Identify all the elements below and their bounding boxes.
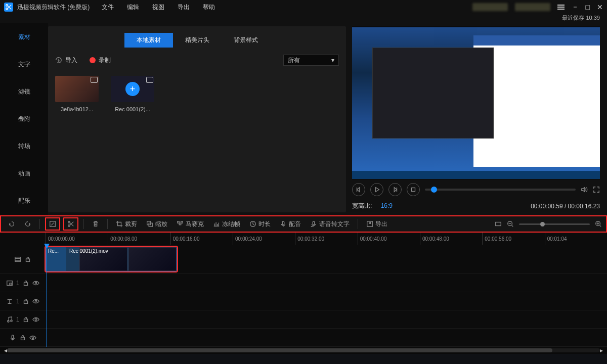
dub-label: 配音 [289, 220, 301, 229]
dub-button[interactable]: 配音 [277, 218, 304, 231]
timeline-scrollbar[interactable]: ◂ ▸ [0, 347, 607, 354]
stt-label: 语音转文字 [319, 220, 350, 229]
svg-rect-30 [12, 335, 14, 338]
ruler-tick: 00:00:24.00 [233, 233, 295, 245]
menu-help[interactable]: 帮助 [203, 3, 215, 12]
freeze-label: 冻结帧 [222, 220, 240, 229]
chevron-down-icon: ▾ [331, 57, 334, 64]
lock-icon[interactable] [22, 316, 29, 323]
fit-icon[interactable] [495, 220, 502, 228]
play-badge-icon [146, 77, 153, 83]
sidebar-item-text[interactable]: 文字 [0, 51, 48, 78]
timeline: 00:00:00.00 00:00:08.00 00:00:16.00 00:0… [0, 233, 607, 354]
sidebar-item-media[interactable]: 素材 [0, 23, 48, 51]
crop-button[interactable]: 裁剪 [113, 218, 140, 231]
next-frame-button[interactable] [388, 183, 402, 196]
mosaic-button[interactable]: 马赛克 [174, 218, 207, 231]
sidebar-item-transition[interactable]: 转场 [0, 132, 48, 160]
svg-rect-21 [10, 283, 12, 285]
record-button[interactable]: 录制 [90, 56, 111, 65]
scroll-right-icon[interactable]: ▸ [600, 347, 603, 354]
media-thumbnails: 3e8a4b012... + Rec 0001(2)... [55, 73, 339, 112]
media-thumb[interactable]: + Rec 0001(2)... [111, 76, 154, 112]
play-button[interactable] [370, 183, 383, 196]
svg-point-27 [10, 320, 12, 322]
media-tab-bg[interactable]: 背景样式 [222, 33, 270, 48]
media-tab-local[interactable]: 本地素材 [124, 33, 173, 48]
preview-panel: 宽高比: 16:9 00:00:00.59 / 00:00:16.23 [349, 23, 607, 215]
menu-view[interactable]: 视图 [152, 3, 164, 12]
app-title: 迅捷视频剪辑软件 (免费版) [17, 3, 90, 12]
menu-export[interactable]: 导出 [178, 3, 190, 12]
svg-rect-22 [24, 283, 28, 285]
music-track-num: 1 [16, 316, 20, 323]
ruler-tick: 00:00:32.00 [295, 233, 357, 245]
zoom-out-icon[interactable] [507, 220, 514, 228]
lock-icon[interactable] [24, 256, 31, 263]
scale-button[interactable]: 缩放 [143, 218, 170, 231]
export-button[interactable]: 导出 [363, 218, 391, 231]
media-filter-dropdown[interactable]: 所有 ▾ [283, 55, 339, 66]
sidebar-item-overlay[interactable]: 叠附 [0, 105, 48, 132]
fullscreen-icon[interactable] [593, 186, 600, 193]
pip-track-num: 1 [16, 280, 20, 287]
timeline-ruler[interactable]: 00:00:00.00 00:00:08.00 00:00:16.00 00:0… [0, 233, 607, 245]
voice-track [0, 329, 607, 347]
eye-icon[interactable] [32, 280, 39, 287]
scissors-icon [5, 4, 12, 11]
hamburger-icon[interactable] [557, 5, 565, 10]
menu-file[interactable]: 文件 [102, 3, 114, 12]
sidebar-item-music[interactable]: 配乐 [0, 187, 48, 214]
sidebar-item-filter[interactable]: 滤镜 [0, 78, 48, 105]
svg-rect-15 [496, 222, 501, 226]
menu-edit[interactable]: 编辑 [127, 3, 139, 12]
time-current: 00:00:00.59 [531, 203, 562, 210]
svg-rect-12 [282, 221, 284, 225]
redo-button[interactable] [21, 218, 34, 230]
zoom-in-icon[interactable] [595, 220, 602, 228]
add-icon[interactable]: + [125, 82, 140, 96]
svg-point-29 [35, 318, 37, 321]
svg-point-4 [68, 221, 70, 223]
time-total: 00:00:16.23 [568, 203, 600, 210]
lock-icon[interactable] [22, 280, 29, 287]
lock-icon[interactable] [22, 298, 29, 305]
delete-button[interactable] [89, 218, 102, 230]
eye-icon[interactable] [29, 334, 36, 341]
split-button[interactable] [63, 217, 78, 231]
timeline-clip-group[interactable]: Re... Rec 0001(2).mov [46, 247, 177, 271]
duration-button[interactable]: 时长 [246, 218, 274, 231]
eye-icon[interactable] [32, 316, 39, 323]
sidebar-item-animation[interactable]: 动画 [0, 160, 48, 187]
svg-rect-24 [24, 301, 28, 303]
lock-icon[interactable] [19, 334, 26, 341]
main-menu: 文件 编辑 视图 导出 帮助 [102, 3, 215, 12]
maximize-button[interactable]: □ [586, 3, 590, 11]
svg-rect-13 [313, 221, 315, 225]
import-button[interactable]: 导入 [55, 56, 77, 65]
edit-button[interactable] [45, 217, 60, 231]
prev-frame-button[interactable] [352, 183, 365, 196]
undo-button[interactable] [5, 218, 18, 230]
minimize-button[interactable]: － [572, 3, 579, 12]
media-thumb[interactable]: 3e8a4b012... [55, 76, 99, 112]
scrollbar-thumb[interactable] [7, 348, 552, 352]
media-tabs: 本地素材 精美片头 背景样式 [55, 31, 339, 49]
svg-rect-2 [412, 188, 415, 192]
aspect-ratio-value[interactable]: 16:9 [381, 202, 393, 209]
freeze-button[interactable]: 冻结帧 [210, 218, 243, 231]
playhead[interactable] [47, 245, 47, 347]
mosaic-label: 马赛克 [186, 220, 204, 229]
sidebar: 素材 文字 滤镜 叠附 转场 动画 配乐 [0, 23, 48, 215]
playback-slider[interactable] [425, 189, 576, 191]
zoom-slider[interactable] [519, 223, 590, 225]
close-button[interactable]: ✕ [597, 3, 603, 11]
volume-icon[interactable] [581, 186, 588, 193]
eye-icon[interactable] [32, 298, 39, 305]
titlebar: 迅捷视频剪辑软件 (免费版) 文件 编辑 视图 导出 帮助 － □ ✕ [0, 0, 607, 14]
save-status: 最近保存 10:39 [0, 14, 607, 23]
stop-button[interactable] [407, 183, 420, 196]
stt-button[interactable]: 语音转文字 [307, 218, 353, 231]
clip-label: Rec 0001(2).mov [69, 248, 108, 254]
media-tab-intro[interactable]: 精美片头 [173, 33, 222, 48]
